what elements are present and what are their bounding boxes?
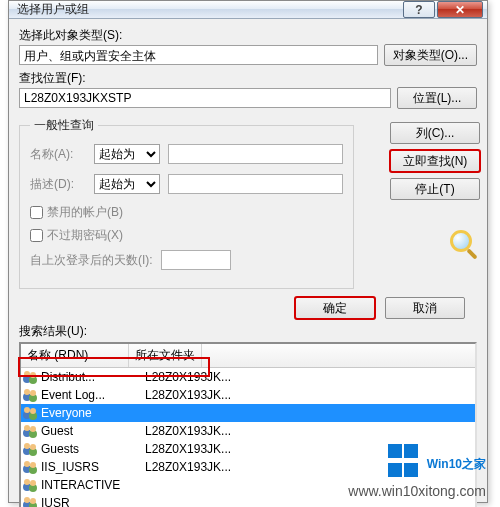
object-type-label: 选择此对象类型(S): xyxy=(19,27,477,44)
magnifier-icon xyxy=(444,228,480,260)
cell-name: Everyone xyxy=(41,406,145,420)
find-now-button[interactable]: 立即查找(N) xyxy=(390,150,480,172)
lastlogin-label: 自上次登录后的天数(I): xyxy=(30,252,153,269)
general-query-legend: 一般性查询 xyxy=(30,117,98,134)
cell-name: INTERACTIVE xyxy=(41,478,145,492)
disabled-accounts-label: 禁用的帐户(B) xyxy=(47,204,123,221)
location-label: 查找位置(F): xyxy=(19,70,477,87)
watermark: Win10之家 www.win10xitong.com xyxy=(348,443,486,499)
group-icon xyxy=(23,424,39,438)
locations-button[interactable]: 位置(L)... xyxy=(397,87,477,109)
group-icon xyxy=(23,442,39,456)
cell-name: Event Log... xyxy=(41,388,145,402)
noexpire-password-checkbox[interactable]: 不过期密码(X) xyxy=(30,227,343,244)
cell-name: IUSR xyxy=(41,496,145,507)
lastlogin-days-input[interactable] xyxy=(161,250,231,270)
group-icon xyxy=(23,460,39,474)
desc-label: 描述(D): xyxy=(30,176,86,193)
group-icon xyxy=(23,496,39,507)
dialog-window: 选择用户或组 ? ✕ 选择此对象类型(S): 用户、组或内置安全主体 对象类型(… xyxy=(8,0,488,503)
location-field[interactable]: L28Z0X193JKXSTP xyxy=(19,88,391,108)
name-label: 名称(A): xyxy=(30,146,86,163)
cell-name: Guest xyxy=(41,424,145,438)
noexpire-password-input[interactable] xyxy=(30,229,43,242)
titlebar[interactable]: 选择用户或组 ? ✕ xyxy=(9,1,487,19)
disabled-accounts-checkbox[interactable]: 禁用的帐户(B) xyxy=(30,204,343,221)
name-input[interactable] xyxy=(168,144,343,164)
stop-button[interactable]: 停止(T) xyxy=(390,178,480,200)
close-button[interactable]: ✕ xyxy=(437,1,483,18)
noexpire-password-label: 不过期密码(X) xyxy=(47,227,123,244)
close-icon: ✕ xyxy=(455,3,465,17)
cell-folder: L28Z0X193JK... xyxy=(145,424,473,438)
dialog-content: 选择此对象类型(S): 用户、组或内置安全主体 对象类型(O)... 查找位置(… xyxy=(9,19,487,507)
desc-mode-select[interactable]: 起始为 xyxy=(94,174,160,194)
general-query-group: 一般性查询 名称(A): 起始为 描述(D): 起始为 禁用的帐户(B) 不过期… xyxy=(19,117,354,289)
object-type-field[interactable]: 用户、组或内置安全主体 xyxy=(19,45,378,65)
side-button-column: 列(C)... 立即查找(N) 停止(T) xyxy=(390,122,480,260)
group-icon xyxy=(23,388,39,402)
results-label: 搜索结果(U): xyxy=(19,323,477,340)
window-title: 选择用户或组 xyxy=(17,1,401,18)
help-button[interactable]: ? xyxy=(403,1,435,18)
group-icon xyxy=(23,478,39,492)
cell-folder: L28Z0X193JK... xyxy=(145,388,473,402)
table-row[interactable]: Everyone xyxy=(21,404,475,422)
ok-button[interactable]: 确定 xyxy=(295,297,375,319)
cell-name: IIS_IUSRS xyxy=(41,460,145,474)
name-mode-select[interactable]: 起始为 xyxy=(94,144,160,164)
disabled-accounts-input[interactable] xyxy=(30,206,43,219)
ok-cancel-row: 确定 取消 xyxy=(19,297,465,319)
table-row[interactable]: GuestL28Z0X193JK... xyxy=(21,422,475,440)
brand-url: www.win10xitong.com xyxy=(348,483,486,499)
cancel-button[interactable]: 取消 xyxy=(385,297,465,319)
group-icon xyxy=(23,406,39,420)
win-logo-icon xyxy=(387,443,419,481)
cell-name: Guests xyxy=(41,442,145,456)
help-icon: ? xyxy=(415,3,422,17)
object-types-button[interactable]: 对象类型(O)... xyxy=(384,44,477,66)
columns-button[interactable]: 列(C)... xyxy=(390,122,480,144)
desc-input[interactable] xyxy=(168,174,343,194)
everyone-highlight xyxy=(18,357,210,377)
brand-text: Win10之家 xyxy=(427,443,486,474)
table-row[interactable]: Event Log...L28Z0X193JK... xyxy=(21,386,475,404)
